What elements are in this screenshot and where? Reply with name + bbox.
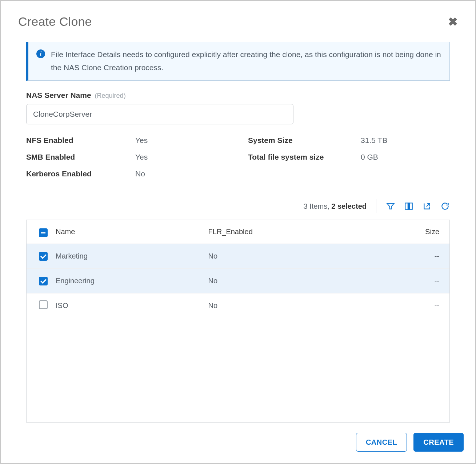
col-header-size[interactable]: Size [355,228,449,236]
row-size: -- [355,252,449,260]
col-header-flr[interactable]: FLR_Enabled [203,228,355,236]
row-name: ISO [50,301,203,310]
nas-name-label: NAS Server Name [26,91,91,100]
col-header-name[interactable]: Name [50,228,203,236]
smb-enabled-label: SMB Enabled [26,153,135,161]
info-banner-text: File Interface Details needs to configur… [51,50,441,72]
row-name: Marketing [50,252,203,260]
row-checkbox[interactable] [39,252,48,261]
info-banner: i File Interface Details needs to config… [26,42,450,81]
svg-rect-1 [408,203,409,209]
smb-enabled-value: Yes [135,153,248,161]
table-toolbar: 3 Items, 2 selected [26,199,450,213]
filter-icon[interactable] [386,201,395,211]
table-header-row: Name FLR_Enabled Size [27,220,449,244]
create-button[interactable]: CREATE [413,433,464,452]
info-icon: i [36,49,45,58]
file-systems-table: Name FLR_Enabled Size MarketingNo--Engin… [26,220,450,423]
row-checkbox[interactable] [39,300,48,309]
table-row[interactable]: EngineeringNo-- [27,269,449,293]
nas-server-name-input[interactable] [26,104,293,124]
cancel-button[interactable]: CANCEL [356,433,407,452]
table-row[interactable]: MarketingNo-- [27,244,449,269]
kerberos-enabled-label: Kerberos Enabled [26,169,135,178]
close-icon[interactable]: ✖ [448,16,458,28]
items-count: 3 Items [304,202,328,210]
row-flr: No [203,277,355,285]
selected-count: 2 selected [331,202,367,210]
row-flr: No [203,252,355,260]
modal-header: Create Clone ✖ [1,1,475,35]
table-body: MarketingNo--EngineeringNo--ISONo-- [27,244,449,422]
row-size: -- [355,301,449,310]
items-summary: 3 Items, 2 selected [304,202,367,211]
refresh-icon[interactable] [440,201,450,211]
row-flr: No [203,301,355,310]
nas-name-required-hint: (Required) [95,92,126,100]
row-size: -- [355,277,449,285]
total-fs-size-label: Total file system size [248,153,361,161]
table-row[interactable]: ISONo-- [27,293,449,318]
modal-body: i File Interface Details needs to config… [1,35,475,423]
system-size-label: System Size [248,136,361,145]
properties-grid: NFS Enabled Yes System Size 31.5 TB SMB … [26,136,450,178]
total-fs-size-value: 0 GB [361,153,450,161]
system-size-value: 31.5 TB [361,136,450,145]
row-name: Engineering [50,277,203,285]
nfs-enabled-label: NFS Enabled [26,136,135,145]
create-clone-modal: Create Clone ✖ i File Interface Details … [0,0,476,464]
export-icon[interactable] [422,201,432,211]
columns-icon[interactable] [404,201,413,211]
nfs-enabled-value: Yes [135,136,248,145]
modal-title: Create Clone [18,15,92,29]
modal-footer: CANCEL CREATE [1,423,475,463]
toolbar-divider [376,199,376,213]
kerberos-enabled-value: No [135,169,248,178]
select-all-checkbox[interactable] [39,228,48,237]
row-checkbox[interactable] [39,277,48,285]
nas-name-label-row: NAS Server Name (Required) [26,91,450,100]
